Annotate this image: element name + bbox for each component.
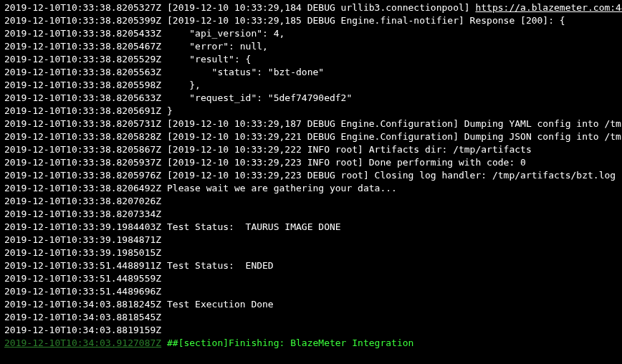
log-message: [2019-12-10 10:33:29,223 INFO root] Done… <box>161 157 526 168</box>
log-message: "error": null, <box>161 41 268 52</box>
log-message: Please wait we are gathering your data..… <box>161 183 397 193</box>
log-message: "api_version": 4, <box>161 28 284 39</box>
log-message: [2019-12-10 10:33:29,187 DEBUG Engine.Co… <box>161 118 622 129</box>
log-message: Test Status: ENDED <box>161 260 274 271</box>
log-line: 2019-12-10T10:33:39.1984403Z Test Status… <box>4 221 618 234</box>
log-line: 2019-12-10T10:33:38.8207026Z <box>4 195 618 208</box>
log-timestamp: 2019-12-10T10:33:38.8205976Z <box>4 170 161 181</box>
log-line: 2019-12-10T10:34:03.8818545Z <box>4 311 618 324</box>
log-timestamp: 2019-12-10T10:33:38.8205828Z <box>4 131 161 142</box>
log-timestamp: 2019-12-10T10:33:38.8205937Z <box>4 157 161 168</box>
log-line: 2019-12-10T10:33:38.8205731Z [2019-12-10… <box>4 118 618 130</box>
section-message: ##[section]Finishing: BlazeMeter Integra… <box>161 337 413 348</box>
log-timestamp: 2019-12-10T10:33:39.1984871Z <box>4 234 161 245</box>
log-line: 2019-12-10T10:33:38.8205399Z [2019-12-10… <box>4 14 618 27</box>
log-message: [2019-12-10 10:33:29,185 DEBUG Engine.fi… <box>161 15 565 26</box>
log-timestamp: 2019-12-10T10:33:38.8205563Z <box>4 67 161 77</box>
log-message: [2019-12-10 10:33:29,222 INFO root] Arti… <box>161 144 532 155</box>
terminal-output: 2019-12-10T10:33:38.8205327Z [2019-12-10… <box>0 0 622 364</box>
log-line: 2019-12-10T10:33:38.8205937Z [2019-12-10… <box>4 156 618 169</box>
log-line: 2019-12-10T10:33:38.8205598Z }, <box>4 79 618 92</box>
log-line: 2019-12-10T10:33:39.1985015Z <box>4 246 618 259</box>
log-link[interactable]: https://a.blazemeter.com:443 <box>475 2 622 13</box>
log-message: }, <box>161 80 201 90</box>
log-timestamp: 2019-12-10T10:34:03.8819159Z <box>4 325 161 335</box>
log-message: "request_id": "5def74790edf2" <box>161 92 352 103</box>
log-timestamp: 2019-12-10T10:33:38.8207334Z <box>4 209 161 219</box>
log-timestamp: 2019-12-10T10:33:38.8205867Z <box>4 144 161 155</box>
log-line: 2019-12-10T10:33:38.8205867Z [2019-12-10… <box>4 143 618 156</box>
log-line: 2019-12-10T10:33:38.8205529Z "result": { <box>4 53 618 66</box>
log-line: 2019-12-10T10:33:38.8205976Z [2019-12-10… <box>4 169 618 182</box>
log-timestamp: 2019-12-10T10:33:38.8205731Z <box>4 118 161 129</box>
log-line: 2019-12-10T10:33:38.8205633Z "request_id… <box>4 92 618 105</box>
log-line: 2019-12-10T10:33:38.8205327Z [2019-12-10… <box>4 1 618 14</box>
log-timestamp: 2019-12-10T10:33:38.8205327Z <box>4 2 161 13</box>
log-message: [2019-12-10 10:33:29,223 DEBUG root] Clo… <box>161 170 616 181</box>
log-line: 2019-12-10T10:33:38.8207334Z <box>4 208 618 221</box>
log-message: } <box>161 105 173 116</box>
log-timestamp: 2019-12-10T10:33:38.8206492Z <box>4 183 161 193</box>
log-timestamp: 2019-12-10T10:34:03.8818245Z <box>4 299 161 310</box>
log-line: 2019-12-10T10:33:51.4488911Z Test Status… <box>4 259 618 272</box>
log-timestamp: 2019-12-10T10:33:39.1985015Z <box>4 247 161 258</box>
log-message: Test Status: TAURUS IMAGE DONE <box>161 221 340 232</box>
section-line: 2019-12-10T10:34:03.9127087Z ##[section]… <box>4 337 618 350</box>
log-line: 2019-12-10T10:33:38.8205563Z "status": "… <box>4 66 618 79</box>
log-message: [2019-12-10 10:33:29,184 DEBUG urllib3.c… <box>161 2 475 13</box>
log-line: 2019-12-10T10:33:38.8205691Z } <box>4 105 618 118</box>
log-message: Test Execution Done <box>161 299 274 310</box>
log-timestamp: 2019-12-10T10:33:38.8205691Z <box>4 105 161 116</box>
log-timestamp: 2019-12-10T10:33:51.4489559Z <box>4 273 161 284</box>
log-timestamp: 2019-12-10T10:33:38.8207026Z <box>4 196 161 206</box>
log-line: 2019-12-10T10:33:39.1984871Z <box>4 234 618 246</box>
log-line: 2019-12-10T10:33:51.4489559Z <box>4 272 618 285</box>
log-line: 2019-12-10T10:34:03.8819159Z <box>4 324 618 337</box>
log-timestamp: 2019-12-10T10:33:38.8205598Z <box>4 80 161 90</box>
log-timestamp: 2019-12-10T10:33:51.4488911Z <box>4 260 161 271</box>
log-line: 2019-12-10T10:33:51.4489696Z <box>4 285 618 298</box>
log-line: 2019-12-10T10:34:03.8818245Z Test Execut… <box>4 298 618 311</box>
log-timestamp: 2019-12-10T10:33:38.8205529Z <box>4 54 161 64</box>
log-timestamp: 2019-12-10T10:33:38.8205467Z <box>4 41 161 52</box>
log-message: "status": "bzt-done" <box>161 67 324 77</box>
log-timestamp: 2019-12-10T10:33:38.8205399Z <box>4 15 161 26</box>
log-timestamp: 2019-12-10T10:33:39.1984403Z <box>4 221 161 232</box>
log-line: 2019-12-10T10:33:38.8206492Z Please wait… <box>4 182 618 195</box>
log-message: "result": { <box>161 54 251 64</box>
log-timestamp: 2019-12-10T10:33:51.4489696Z <box>4 286 161 297</box>
log-timestamp: 2019-12-10T10:33:38.8205433Z <box>4 28 161 39</box>
log-message: [2019-12-10 10:33:29,221 DEBUG Engine.Co… <box>161 131 622 142</box>
log-line: 2019-12-10T10:33:38.8205433Z "api_versio… <box>4 27 618 40</box>
log-line: 2019-12-10T10:33:38.8205467Z "error": nu… <box>4 40 618 53</box>
log-line: 2019-12-10T10:33:38.8205828Z [2019-12-10… <box>4 130 618 143</box>
log-timestamp: 2019-12-10T10:34:03.8818545Z <box>4 312 161 322</box>
section-timestamp: 2019-12-10T10:34:03.9127087Z <box>4 337 161 348</box>
log-timestamp: 2019-12-10T10:33:38.8205633Z <box>4 92 161 103</box>
